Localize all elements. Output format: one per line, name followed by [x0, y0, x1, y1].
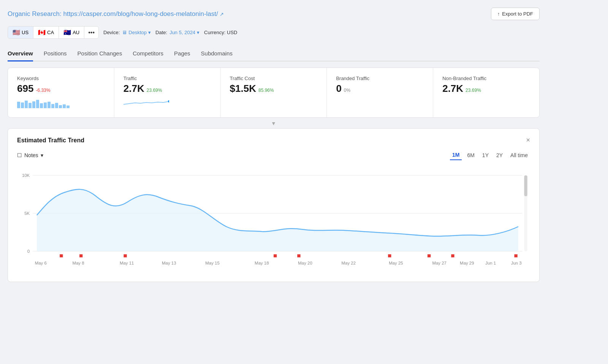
- currency-info: Currency: USD: [204, 30, 237, 35]
- event-marker: [428, 254, 431, 257]
- time-btn-2y[interactable]: 2Y: [494, 151, 505, 160]
- close-chart-button[interactable]: ×: [526, 136, 530, 144]
- traffic-value: 2.7K 23.69%: [124, 83, 211, 95]
- nav-tabs: Overview Positions Position Changes Comp…: [8, 46, 540, 61]
- mini-bar: [40, 103, 43, 108]
- traffic-label: Traffic: [124, 76, 211, 81]
- mini-bar: [51, 104, 54, 108]
- upload-icon: ↑: [497, 11, 500, 17]
- non-branded-traffic-value: 2.7K 23.69%: [442, 83, 530, 95]
- traffic-cost-value: $1.5K 85.96%: [230, 83, 318, 95]
- time-btn-1y[interactable]: 1Y: [480, 151, 491, 160]
- branded-traffic-value: 0 0%: [336, 83, 424, 95]
- date-dropdown[interactable]: Jun 5, 2024 ▾: [169, 30, 200, 35]
- svg-text:May 8: May 8: [72, 261, 84, 265]
- tab-pages[interactable]: Pages: [174, 46, 190, 61]
- export-button[interactable]: ↑ Export to PDF: [491, 8, 540, 20]
- tab-overview[interactable]: Overview: [8, 46, 33, 61]
- time-btn-6m[interactable]: 6M: [465, 151, 477, 160]
- notes-icon: ☐: [17, 152, 22, 158]
- event-marker: [451, 254, 454, 257]
- expand-handle[interactable]: ▼: [8, 120, 540, 127]
- mini-bar: [55, 103, 58, 108]
- keywords-value: 695 -6.33%: [17, 83, 105, 95]
- svg-text:10K: 10K: [22, 173, 30, 178]
- event-marker: [514, 254, 517, 257]
- traffic-trend-chart: 10K 5K 0 May 6 May 8: [17, 168, 530, 274]
- tab-subdomains[interactable]: Subdomains: [201, 46, 233, 61]
- traffic-mini-chart: [124, 98, 169, 108]
- mini-bar: [25, 101, 28, 108]
- keywords-mini-chart: [17, 98, 105, 108]
- mini-bar: [48, 102, 51, 108]
- external-link-icon: ↗: [220, 11, 224, 17]
- mini-bar: [17, 102, 20, 108]
- mini-bar: [32, 101, 35, 108]
- svg-text:May 22: May 22: [342, 261, 356, 265]
- metric-non-branded-traffic: Non-Branded Traffic 2.7K 23.69%: [433, 68, 539, 117]
- svg-text:May 25: May 25: [389, 261, 403, 265]
- traffic-cost-label: Traffic Cost: [230, 76, 318, 81]
- keywords-change: -6.33%: [36, 88, 50, 93]
- country-btn-ca[interactable]: 🇨🇦 CA: [33, 27, 59, 38]
- svg-point-0: [168, 100, 169, 102]
- au-flag-icon: 🇦🇺: [63, 29, 71, 36]
- tab-competitors[interactable]: Competitors: [133, 46, 163, 61]
- svg-text:May 13: May 13: [162, 261, 176, 265]
- non-branded-traffic-change: 23.69%: [466, 88, 481, 93]
- us-flag-icon: 🇺🇸: [13, 29, 20, 36]
- chart-toolbar: ☐ Notes ▾ 1M 6M 1Y 2Y All time: [17, 150, 530, 160]
- tab-positions[interactable]: Positions: [44, 46, 67, 61]
- mini-bar: [59, 105, 62, 108]
- metric-keywords: Keywords 695 -6.33%: [8, 68, 114, 117]
- svg-text:0: 0: [27, 249, 30, 254]
- country-selector: 🇺🇸 US 🇨🇦 CA 🇦🇺 AU •••: [8, 26, 99, 39]
- chart-title: Estimated Traffic Trend: [17, 137, 84, 144]
- mini-bar: [63, 104, 66, 108]
- event-marker: [60, 254, 63, 257]
- notes-chevron-icon: ▾: [41, 152, 43, 158]
- svg-text:May 15: May 15: [205, 261, 219, 265]
- chevron-down-icon-date: ▾: [197, 30, 200, 35]
- metric-traffic-cost: Traffic Cost $1.5K 85.96%: [221, 68, 327, 117]
- event-marker: [274, 254, 277, 257]
- time-btn-1m[interactable]: 1M: [450, 150, 462, 160]
- ca-flag-icon: 🇨🇦: [38, 29, 46, 36]
- metric-traffic: Traffic 2.7K 23.69%: [114, 68, 221, 117]
- country-btn-au[interactable]: 🇦🇺 AU: [59, 27, 84, 38]
- traffic-change: 23.69%: [147, 88, 162, 93]
- time-range-selector: 1M 6M 1Y 2Y All time: [450, 150, 530, 160]
- svg-text:May 20: May 20: [298, 261, 312, 265]
- more-countries-button[interactable]: •••: [84, 27, 98, 38]
- mini-bar: [66, 106, 70, 108]
- device-dropdown[interactable]: 🖥 Desktop ▾: [122, 30, 151, 35]
- event-marker: [79, 254, 82, 257]
- page-title: Organic Research: https://casper.com/blo…: [8, 10, 224, 18]
- chart-header: Estimated Traffic Trend ×: [17, 136, 530, 144]
- mini-bar: [44, 102, 47, 108]
- chevron-down-icon: ▾: [148, 30, 151, 35]
- mini-bar: [36, 100, 39, 108]
- traffic-cost-change: 85.96%: [258, 88, 274, 93]
- svg-text:5K: 5K: [24, 211, 30, 216]
- time-btn-all[interactable]: All time: [508, 151, 530, 160]
- event-marker: [388, 254, 391, 257]
- mini-bar: [21, 102, 24, 108]
- page-header: Organic Research: https://casper.com/blo…: [8, 8, 540, 20]
- svg-text:May 29: May 29: [460, 261, 474, 265]
- chart-card: Estimated Traffic Trend × ☐ Notes ▾ 1M 6…: [8, 128, 540, 282]
- toolbar: 🇺🇸 US 🇨🇦 CA 🇦🇺 AU ••• Device: 🖥 Desktop …: [8, 26, 540, 39]
- metrics-card: Keywords 695 -6.33%: [8, 68, 540, 118]
- tab-position-changes[interactable]: Position Changes: [78, 46, 122, 61]
- svg-text:May 11: May 11: [120, 261, 134, 265]
- keywords-label: Keywords: [17, 76, 105, 81]
- monitor-icon: 🖥: [122, 30, 127, 35]
- notes-button[interactable]: ☐ Notes ▾: [17, 152, 43, 158]
- branded-traffic-change: 0%: [344, 88, 350, 93]
- page-url[interactable]: https://casper.com/blog/how-long-does-me…: [63, 10, 218, 17]
- svg-text:May 6: May 6: [35, 261, 47, 265]
- svg-text:Jun 3: Jun 3: [511, 261, 522, 265]
- svg-text:May 27: May 27: [432, 261, 446, 265]
- svg-text:Jun 1: Jun 1: [485, 261, 496, 265]
- country-btn-us[interactable]: 🇺🇸 US: [8, 27, 33, 38]
